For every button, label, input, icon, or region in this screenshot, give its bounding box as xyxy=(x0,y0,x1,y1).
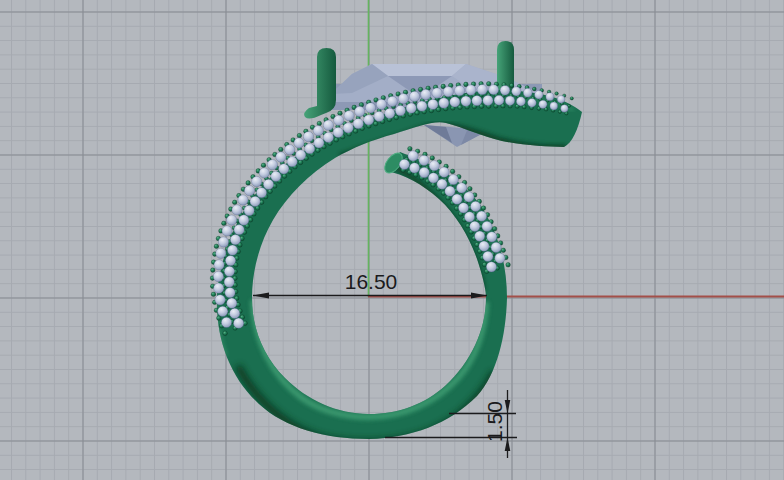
pave-stone xyxy=(421,89,431,99)
pave-stone xyxy=(546,93,554,101)
pave-stone xyxy=(239,215,249,225)
pave-stone xyxy=(250,196,260,206)
pave-stone xyxy=(512,87,521,96)
pave-stone xyxy=(445,186,455,196)
pave-stone xyxy=(294,138,304,148)
pave-stone xyxy=(479,241,489,251)
pave-stone xyxy=(221,317,231,327)
pave-stone xyxy=(314,138,324,148)
pave-stone xyxy=(227,245,237,255)
pave-stone xyxy=(450,169,455,174)
pave-stone xyxy=(557,95,565,103)
pave-stone xyxy=(279,164,289,174)
pave-stone xyxy=(259,168,269,178)
pave-stone xyxy=(223,331,228,336)
pave-stone xyxy=(489,85,499,95)
pave-stone xyxy=(298,160,303,165)
pave-stone xyxy=(276,152,286,162)
pave-stone xyxy=(437,179,447,189)
pave-stone xyxy=(477,84,487,94)
pave-stone xyxy=(535,90,543,98)
pave-stone xyxy=(214,283,224,293)
pave-stone xyxy=(454,86,464,96)
pave-stone xyxy=(230,308,240,318)
pave-stone xyxy=(218,237,228,247)
gem-table-facet xyxy=(372,64,466,76)
pave-stone xyxy=(225,255,235,265)
pave-stone xyxy=(501,248,506,253)
pave-stone xyxy=(227,215,237,225)
pave-stone xyxy=(458,203,468,213)
pave-stone xyxy=(417,101,427,111)
pave-stone xyxy=(555,92,559,96)
pave-stone xyxy=(344,111,354,121)
pave-stone xyxy=(398,94,408,104)
pave-stone xyxy=(468,186,473,191)
pave-stone xyxy=(495,253,505,263)
pave-stone xyxy=(313,126,323,136)
pave-stone xyxy=(443,87,453,97)
pave-stone xyxy=(408,146,413,151)
pave-stone xyxy=(227,298,237,308)
pave-stone xyxy=(528,98,537,107)
pave-stone xyxy=(483,251,493,261)
pave-stone xyxy=(509,83,513,87)
pave-stone xyxy=(232,205,242,215)
pave-stone xyxy=(428,99,438,109)
pave-stone xyxy=(385,108,395,118)
pave-stone xyxy=(263,179,273,189)
pave-stone xyxy=(481,206,486,211)
pave-stone xyxy=(406,103,416,113)
pave-stone xyxy=(317,121,322,126)
pave-stone xyxy=(387,96,397,106)
pave-stone xyxy=(430,156,435,161)
pave-stone xyxy=(419,155,429,165)
pave-stone xyxy=(365,103,375,113)
cad-viewport[interactable]: 16.50 1.50 xyxy=(0,0,784,480)
pave-stone xyxy=(476,211,486,221)
pave-stone xyxy=(238,195,248,205)
pave-stone xyxy=(450,97,460,107)
pave-stone xyxy=(282,174,287,179)
pave-stone xyxy=(224,266,234,276)
pave-stone xyxy=(439,98,449,108)
pave-stone xyxy=(296,150,306,160)
pave-stone xyxy=(506,263,511,268)
pave-stone xyxy=(432,88,442,98)
dimension-label-inner-diameter[interactable]: 16.50 xyxy=(340,271,402,292)
pave-stone xyxy=(267,160,277,170)
pave-stone xyxy=(285,145,295,155)
pave-stone xyxy=(505,96,515,106)
pave-stone xyxy=(483,95,493,105)
pave-stone xyxy=(252,176,262,186)
pave-stone xyxy=(470,221,480,231)
pave-stone xyxy=(408,151,418,161)
pave-stone xyxy=(246,181,251,186)
pave-stone xyxy=(464,192,474,202)
pave-stone xyxy=(500,85,510,95)
pave-stone xyxy=(452,194,462,204)
viewport-canvas[interactable] xyxy=(0,0,784,480)
pave-stone xyxy=(343,123,353,133)
pave-stone xyxy=(224,277,234,287)
pave-stone xyxy=(492,227,497,232)
pave-stone xyxy=(364,115,374,125)
pave-stone xyxy=(487,232,497,242)
pave-stone xyxy=(353,129,358,134)
pave-stone xyxy=(256,188,266,198)
pave-stone xyxy=(211,292,216,297)
pave-stone xyxy=(482,221,492,231)
pave-stone xyxy=(213,271,223,281)
pave-stone xyxy=(491,242,501,252)
pave-stone xyxy=(439,167,449,177)
pave-stone xyxy=(475,231,485,241)
dimension-label-band-thickness[interactable]: 1.50 xyxy=(484,400,505,444)
pave-stone xyxy=(323,132,333,142)
pave-stone xyxy=(409,91,419,101)
pave-stone xyxy=(486,82,491,87)
pave-stone xyxy=(261,163,266,168)
pave-stone xyxy=(464,212,474,222)
pave-stone xyxy=(516,97,525,106)
pave-stone xyxy=(217,316,222,321)
pave-stone xyxy=(523,88,532,97)
